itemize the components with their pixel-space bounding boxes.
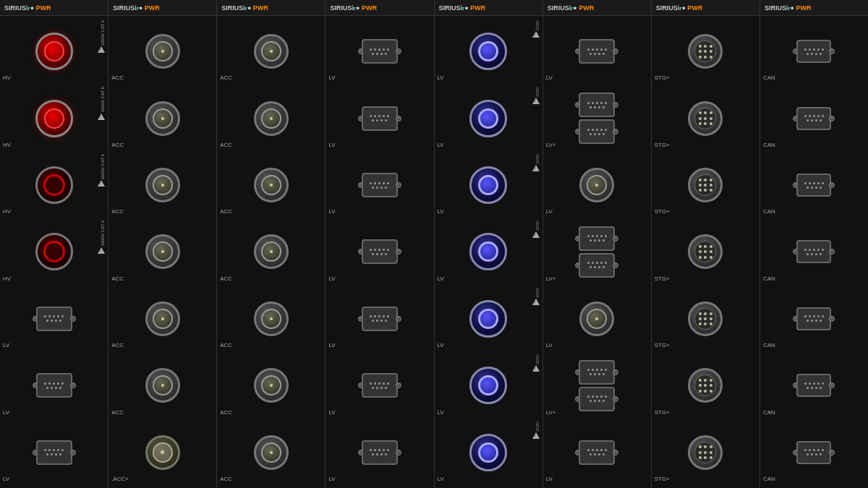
lv-dsub-connector[interactable] <box>362 307 398 331</box>
connector-list-hv: 1000V CAT II HV 1000V CAT II <box>0 16 108 488</box>
acc-connector[interactable] <box>254 101 289 136</box>
lv-circular-connector[interactable] <box>469 166 507 204</box>
column-stg: SIRIUSir● PWR STG+ STG+ STG+ STG+ STG+ S… <box>652 0 760 488</box>
can-connector[interactable] <box>796 374 831 397</box>
lv-circular-connector[interactable] <box>469 434 507 471</box>
lv-dsub-connector[interactable] <box>362 39 398 64</box>
stg-connector[interactable] <box>688 368 723 403</box>
acc-connector[interactable] <box>145 368 180 403</box>
screw-right <box>396 249 401 254</box>
lv-dsub-connector[interactable] <box>579 387 615 411</box>
stg-connector[interactable] <box>688 101 723 136</box>
brand-label: SIRIUSir● PWR <box>4 4 51 12</box>
hv-connector[interactable] <box>35 100 73 137</box>
acc-connector[interactable] <box>579 301 614 336</box>
connector-label: .ACC+ <box>111 476 129 482</box>
warning-icon <box>98 46 105 53</box>
connector-label: ACC <box>220 342 232 348</box>
connector-label: STG+ <box>655 74 670 81</box>
stg-connector[interactable] <box>688 34 723 69</box>
can-connector[interactable] <box>796 174 831 197</box>
lv-circular-connector[interactable] <box>469 300 507 338</box>
lv-dsub-connector[interactable] <box>36 307 72 331</box>
col-header-hv: SIRIUSir● PWR <box>0 0 108 16</box>
hv-connector-open[interactable] <box>35 233 73 270</box>
can-connector[interactable] <box>796 40 831 63</box>
hv-connector-open[interactable] <box>35 166 73 204</box>
lv-dsub-connector[interactable] <box>579 360 615 385</box>
lv-dsub-connector[interactable] <box>579 440 615 465</box>
connector-label: ACC <box>220 409 232 416</box>
acc-connector[interactable] <box>254 301 289 336</box>
acc-connector[interactable] <box>254 368 289 403</box>
connector-label: LV <box>546 342 553 348</box>
connector-acc-1: ACC <box>109 19 216 84</box>
connector-label: LV <box>328 208 335 215</box>
connector-list-lvblue: 200VLV 200VLV 200VLV 200VLV 200VLV 200VL… <box>435 16 542 488</box>
lv-dsub-connector[interactable] <box>36 373 72 398</box>
acc-connector[interactable] <box>254 168 289 202</box>
lv-dsub-connector[interactable] <box>362 173 398 197</box>
lv-dsub-connector[interactable] <box>362 239 398 264</box>
lv-dsub-connector[interactable] <box>362 106 398 131</box>
connector-label: LV+ <box>546 142 556 148</box>
acc-connector[interactable] <box>579 168 614 202</box>
acc-connector[interactable] <box>145 34 180 69</box>
connector-hv-2: 1000V CAT II HV <box>0 85 108 150</box>
stg-connector[interactable] <box>688 435 723 470</box>
brand-label: SIRIUSir● PWR <box>656 4 703 12</box>
lv-dsub-connector[interactable] <box>362 373 398 398</box>
warning-icon <box>98 180 105 187</box>
stg-connector[interactable] <box>688 168 723 202</box>
connector-lv-6: LV <box>0 353 108 418</box>
can-connector[interactable] <box>796 307 831 330</box>
connector-hv-1: 1000V CAT II HV <box>0 19 108 84</box>
lv-circular-connector[interactable] <box>469 100 507 137</box>
acc-connector[interactable] <box>145 301 180 336</box>
acc-plus-connector[interactable] <box>145 435 180 470</box>
connector-label: HV <box>3 142 11 148</box>
voltage-label: 1000V CAT II <box>101 87 105 112</box>
can-connector[interactable] <box>796 107 831 130</box>
acc-connector[interactable] <box>254 234 289 269</box>
lv-dsub-connector[interactable] <box>579 226 615 251</box>
voltage-label: 200V <box>535 221 540 231</box>
screw-right <box>396 48 401 54</box>
acc-inner <box>153 108 173 129</box>
lv-circular-connector[interactable] <box>469 233 507 270</box>
lv-circular-connector[interactable] <box>469 367 507 404</box>
acc-connector[interactable] <box>145 168 180 202</box>
lv-dsub-connector[interactable] <box>579 93 615 117</box>
acc-plus-inner <box>153 442 173 463</box>
acc-connector[interactable] <box>145 234 180 269</box>
connector-label: LV <box>438 208 444 215</box>
connector-label: ACC <box>220 476 232 482</box>
connector-label: LV <box>546 208 553 215</box>
lv-dsub-connector[interactable] <box>362 440 398 465</box>
connector-label: STG+ <box>655 142 670 148</box>
connector-label: ACC <box>111 74 124 81</box>
lv-dsub-connector[interactable] <box>579 253 615 278</box>
connector-label: LV <box>438 342 444 348</box>
connector-label: LV <box>328 409 335 416</box>
connector-label: ACC <box>111 409 124 416</box>
acc-connector[interactable] <box>145 101 180 136</box>
connector-label: ACC <box>111 342 124 348</box>
lv-dsub-connector[interactable] <box>579 119 615 144</box>
column-lv-blue: SIRIUSir● PWR 200VLV 200VLV 200VLV 200VL… <box>435 0 543 488</box>
lv-dsub-connector[interactable] <box>579 39 615 64</box>
col-header-can: SIRIUSir● PWR <box>760 0 868 16</box>
stg-connector[interactable] <box>688 234 723 269</box>
hv-connector[interactable] <box>35 33 73 70</box>
acc-connector[interactable] <box>254 34 289 69</box>
can-connector[interactable] <box>796 240 831 263</box>
lv-dsub-connector[interactable] <box>36 440 72 465</box>
acc-connector[interactable] <box>254 435 289 470</box>
lv-circular-connector[interactable] <box>469 33 507 70</box>
stg-connector[interactable] <box>688 301 723 336</box>
connector-hv-4: 1000V CAT II HV <box>0 219 108 284</box>
warning-icon <box>532 165 540 171</box>
column-hv: SIRIUSir● PWR 1000V CAT II HV <box>0 0 109 488</box>
connector-label: LV <box>328 342 335 348</box>
can-connector[interactable] <box>796 441 831 464</box>
